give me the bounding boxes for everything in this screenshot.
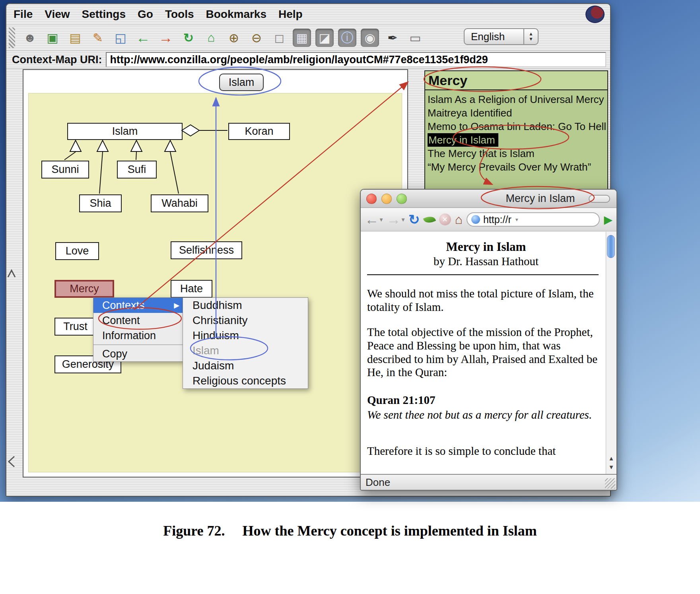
person-icon[interactable]: ☻ [21, 29, 39, 47]
uri-input[interactable] [106, 52, 606, 67]
concept-map-canvas: Islam Islam Koran Sunni Sufi Shia Wahabi… [23, 69, 408, 478]
zoom-in-icon[interactable]: ⊕ [225, 29, 243, 47]
open-map-icon[interactable]: ▤ [66, 29, 84, 47]
content-item-selected[interactable]: Mercy in Islam [425, 133, 607, 147]
refresh-icon[interactable]: ↻ [179, 29, 198, 47]
browser-title: Mercy in Islam [506, 192, 575, 205]
new-map-icon[interactable]: ▣ [43, 29, 62, 47]
content-item[interactable]: “My Mercy Prevails Over My Wrath” [425, 160, 607, 174]
edit-pencil-icon[interactable]: ✎ [89, 29, 107, 47]
toolbar-drag-handle[interactable] [9, 27, 15, 48]
menu-item-copy[interactable]: Copy [93, 346, 183, 361]
verse-reference: Quran 21:107 [367, 394, 606, 407]
node-islam-context[interactable]: Islam [219, 74, 264, 91]
url-dropdown-icon: ▾ [515, 216, 518, 223]
menu-item-contexts[interactable]: Contexts ▶ [93, 298, 183, 313]
node-mercy[interactable]: Mercy [54, 280, 114, 298]
node-hate[interactable]: Hate [171, 280, 212, 298]
forward-button[interactable]: → ▾ [387, 211, 404, 228]
home-icon[interactable]: ⌂ [202, 29, 220, 47]
collapse-pill-button[interactable] [589, 195, 610, 203]
presentation-icon[interactable]: ▦ [293, 29, 311, 47]
content-item[interactable]: Maitreya Identified [425, 106, 607, 120]
menu-file[interactable]: File [14, 8, 33, 21]
node-sufi[interactable]: Sufi [117, 161, 157, 179]
content-item[interactable]: Memo to Osama bin Laden: Go To Hell [425, 120, 607, 133]
go-button[interactable]: ▶ [604, 213, 612, 226]
zoom-out-icon[interactable]: ⊖ [247, 29, 266, 47]
back-button[interactable]: ← ▾ [365, 211, 383, 228]
menu-go[interactable]: Go [138, 8, 153, 21]
menu-tools[interactable]: Tools [165, 8, 194, 21]
submenu-item-christianity[interactable]: Christianity [183, 313, 308, 328]
content-item[interactable]: Islam As a Religion of Universal Mercy [425, 93, 607, 106]
zoom-button[interactable] [397, 194, 407, 204]
browser-toolbar: ← ▾ → ▾ ↻ ✕ ⌂ http://r ▾ ▶ [361, 208, 616, 231]
status-text: Done [366, 476, 390, 489]
desktop-background: File View Settings Go Tools Bookmarks He… [0, 0, 700, 502]
minimize-button[interactable] [381, 194, 392, 204]
node-trust[interactable]: Trust [54, 318, 96, 336]
article-title: Mercy in Islam [366, 240, 606, 254]
submenu-arrow-icon: ▶ [174, 301, 179, 310]
language-value: English [465, 31, 523, 43]
back-arrow-icon: ← [365, 211, 379, 228]
scrollbar-thumb[interactable] [607, 235, 615, 258]
node-love[interactable]: Love [55, 242, 99, 260]
node-koran[interactable]: Koran [228, 123, 290, 140]
node-sunni[interactable]: Sunni [41, 161, 89, 179]
language-select[interactable]: English ▲▼ [464, 28, 539, 45]
menu-help[interactable]: Help [278, 8, 303, 21]
comment-icon[interactable]: ◻ [270, 29, 288, 47]
scroll-buttons[interactable]: ▲ ▼ [606, 454, 616, 472]
new-view-icon[interactable]: ◱ [111, 29, 130, 47]
node-shia[interactable]: Shia [79, 194, 122, 212]
forward-arrow-icon: → [387, 211, 401, 228]
browser-titlebar[interactable]: Mercy in Islam [361, 190, 616, 208]
figure-title: How the Mercy concept is implemented in … [243, 522, 537, 539]
reload-button[interactable]: ↻ [408, 212, 420, 227]
content-item[interactable]: The Mercy that is Islam [425, 147, 607, 160]
menu-separator [93, 344, 183, 345]
url-text: http://r [483, 214, 511, 225]
content-panel-list: Islam As a Religion of Universal Mercy M… [425, 90, 607, 174]
stop-button[interactable]: ✕ [439, 214, 451, 225]
globe-icon [471, 215, 480, 224]
content-panel-title: Mercy [425, 71, 607, 90]
menu-view[interactable]: View [45, 8, 70, 21]
scrollbar[interactable]: ▲ ▼ [606, 232, 616, 474]
submenu-item-buddhism[interactable]: Buddhism [183, 298, 308, 313]
article-paragraph: Therefore it is so simple to conclude th… [367, 445, 600, 458]
submenu-item-judaism[interactable]: Judaism [183, 358, 308, 373]
submenu-item-hinduism[interactable]: Hinduism [183, 328, 308, 343]
stepper-icon[interactable]: ▲▼ [523, 29, 538, 44]
screen-icon[interactable]: ▭ [406, 29, 424, 47]
node-islam[interactable]: Islam [67, 123, 183, 140]
pen-icon[interactable]: ✒ [383, 29, 402, 47]
submenu-item-religious-concepts[interactable]: Religious concepts [183, 373, 308, 388]
browser-window: Mercy in Islam ← ▾ → ▾ ↻ ✕ ⌂ http://r ▾ … [360, 189, 617, 491]
menu-settings[interactable]: Settings [82, 8, 126, 21]
url-field[interactable]: http://r ▾ [467, 212, 600, 227]
scroll-up-icon[interactable]: ▲ [609, 455, 614, 462]
menu-item-content[interactable]: Content [93, 313, 183, 328]
menu-bookmarks[interactable]: Bookmarks [206, 8, 267, 21]
scroll-down-icon[interactable]: ▼ [609, 464, 614, 470]
home-button[interactable]: ⌂ [455, 212, 463, 227]
node-selfishness[interactable]: Selfishness [171, 241, 242, 259]
menu-item-information[interactable]: Information [93, 328, 183, 343]
node-wahabi[interactable]: Wahabi [151, 194, 208, 212]
forward-arrow-icon[interactable]: → [157, 29, 175, 47]
back-dropdown-icon: ▾ [380, 216, 383, 223]
close-button[interactable] [366, 194, 377, 204]
info-icon[interactable]: ⓘ [338, 29, 356, 47]
figure-caption: Figure 72. How the Mercy concept is impl… [0, 502, 700, 594]
contexts-submenu: Buddhism Christianity Hinduism Islam Jud… [183, 297, 308, 389]
eye-icon[interactable]: ◉ [361, 29, 379, 47]
back-arrow-icon[interactable]: ← [134, 29, 152, 47]
article-byline: by Dr. Hassan Hathout [366, 255, 606, 268]
resize-grip[interactable] [605, 478, 615, 489]
figure-label: Figure 72. [163, 522, 225, 539]
leaf-icon [423, 214, 436, 225]
highlight-icon[interactable]: ◪ [315, 29, 334, 47]
